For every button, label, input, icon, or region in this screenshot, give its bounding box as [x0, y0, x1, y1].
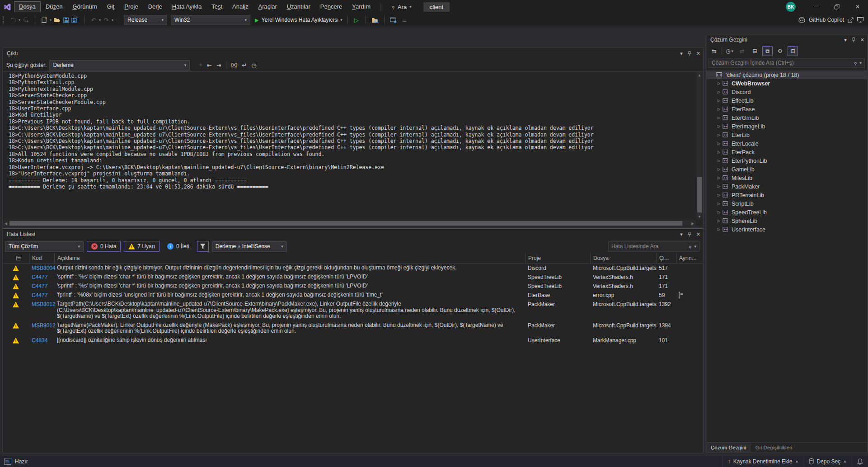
suppression-state-icon[interactable] [679, 292, 680, 299]
project-node-gamelib[interactable]: ▷GameLib [706, 165, 867, 174]
collapse-all-icon[interactable]: ⊟ [750, 46, 760, 56]
project-node-spherelib[interactable]: ▷SphereLib [706, 217, 867, 225]
project-node-prterrainlib[interactable]: ▷PRTerrainLib [706, 191, 867, 199]
add-to-source-control-button[interactable]: ↑ Kaynak Denetimine Ekle ▲ [723, 456, 804, 467]
restore-button[interactable] [826, 0, 847, 14]
clear-all-icon[interactable]: ⌧ [231, 62, 238, 69]
project-node-eterbase[interactable]: ▷EterBase [706, 105, 867, 113]
expand-chevron-icon[interactable]: ▷ [715, 124, 723, 128]
pin-button[interactable] [687, 51, 692, 57]
expand-chevron-icon[interactable]: ▷ [715, 133, 723, 137]
tab-solution-explorer[interactable]: Çözüm Gezgini [706, 443, 751, 453]
preview-selected-items-icon[interactable]: ⊡ [788, 46, 798, 56]
output-source-combo[interactable]: Derleme ▾ [49, 60, 190, 71]
error-code-link[interactable]: MSB8012 [29, 322, 54, 329]
scroll-down-icon[interactable]: ▼ [696, 213, 703, 220]
project-node-effectlib[interactable]: ▷EffectLib [706, 96, 867, 105]
navigate-forward-button[interactable]: ⮎ [21, 15, 30, 25]
expand-chevron-icon[interactable]: ▷ [715, 150, 723, 154]
project-node-speedtreelib[interactable]: ▷SpeedTreeLib [706, 208, 867, 217]
project-node-cwebbrowser[interactable]: ▷CWebBrowser [706, 79, 867, 88]
error-row[interactable]: !MSB8012TargetPath(C:\Users\BCK\Desktop\… [3, 300, 703, 321]
menu-derle[interactable]: Derle [143, 1, 167, 12]
project-node-packmaker[interactable]: ▷PackMaker [706, 182, 867, 191]
menu-hata-ayıkla[interactable]: Hata Ayıkla [167, 1, 207, 12]
menu-araçlar[interactable]: Araçlar [253, 1, 282, 12]
project-node-eterpythonlib[interactable]: ▷EterPythonLib [706, 156, 867, 165]
suppression-column-header[interactable]: Ayrın... [676, 253, 703, 263]
project-node-eterlocale[interactable]: ▷EterLocale [706, 139, 867, 148]
notifications-button[interactable] [852, 456, 868, 467]
expand-chevron-icon[interactable]: ▷ [715, 90, 723, 94]
filter-button[interactable] [197, 241, 209, 252]
menu-proje[interactable]: Proje [119, 1, 143, 12]
close-pane-button[interactable]: ✕ [860, 37, 864, 43]
new-project-button[interactable] [40, 15, 49, 25]
project-node-discord[interactable]: ▷Discord [706, 88, 867, 96]
send-feedback-icon[interactable] [857, 17, 863, 23]
output-pane-header[interactable]: Çıktı ▾ ✕ [3, 48, 703, 59]
error-row[interactable]: !C4477'fprintf' : '%08x' biçim dizesi 'u… [3, 291, 703, 300]
toolbar-drag-handle-icon[interactable] [3, 16, 5, 24]
menu-yardım[interactable]: Yardım [347, 1, 375, 12]
expand-chevron-icon[interactable]: ▷ [715, 227, 723, 231]
expand-chevron-icon[interactable]: ▷ [715, 116, 723, 120]
error-code-link[interactable]: C4477 [29, 292, 54, 298]
background-tasks-icon[interactable] [4, 458, 11, 465]
find-in-files-button[interactable] [371, 15, 380, 25]
menu-pencere[interactable]: Pencere [315, 1, 347, 12]
scroll-left-icon[interactable]: ◀ [3, 220, 9, 226]
pin-button[interactable] [687, 231, 692, 237]
pending-changes-filter-icon[interactable]: ◷▾ [724, 46, 735, 56]
scroll-right-icon[interactable]: ▶ [690, 220, 696, 226]
error-row[interactable]: !C4477'sprintf' : '%s' biçim dizesi 'cha… [3, 273, 703, 282]
tab-git-changes[interactable]: Git Değişiklikleri [751, 443, 797, 453]
scrollbar-thumb[interactable] [9, 221, 682, 226]
properties-wrench-icon[interactable]: ⚙ [775, 46, 785, 56]
navigate-back-button[interactable]: ⮌ [9, 15, 18, 25]
error-row[interactable]: !C4834[[nodiscard]] özniteliğine sahip i… [3, 336, 703, 345]
start-without-debugging-button[interactable]: ▷ [352, 15, 361, 25]
share-icon[interactable] [848, 17, 854, 23]
project-node-eterimagelib[interactable]: ▷EterImageLib [706, 122, 867, 131]
new-project-chevron-icon[interactable]: ▾ [50, 18, 52, 22]
error-code-link[interactable]: C4477 [29, 274, 54, 280]
source-filter-combo[interactable]: Derleme + IntelliSense ▾ [212, 241, 287, 252]
expand-chevron-icon[interactable]: ▷ [715, 142, 723, 146]
scope-combo[interactable]: Tüm Çözüm ▾ [5, 241, 84, 252]
error-list-search[interactable]: Hata Listesinde Ara ⌕ ▾ [608, 241, 699, 252]
expand-chevron-icon[interactable]: ▷ [715, 202, 723, 206]
expand-chevron-icon[interactable]: ▷ [715, 167, 723, 171]
scroll-up-icon[interactable]: ▲ [696, 72, 703, 78]
window-position-button[interactable]: ▾ [680, 231, 683, 237]
save-all-button[interactable] [70, 15, 80, 25]
menu-test[interactable]: Test [206, 1, 227, 12]
error-row[interactable]: !MSB8004Output dizini sonda bir eğik çiz… [3, 264, 703, 273]
project-node-etergrnlib[interactable]: ▷EterGrnLib [706, 113, 867, 122]
solution-explorer-search[interactable]: Çözüm Gezgini İçinde Ara (Ctrl+ş) ⌕ ▾ [708, 58, 865, 68]
undo-button[interactable]: ↶ [89, 15, 98, 25]
select-repository-button[interactable]: Depo Seç ▲ [803, 456, 852, 467]
close-pane-button[interactable]: ✕ [696, 231, 700, 237]
platform-combo[interactable]: Win32 ▾ [171, 15, 250, 25]
open-folder-button[interactable] [52, 15, 61, 25]
menu-görünüm[interactable]: Görünüm [67, 1, 102, 12]
close-button[interactable]: ✕ [847, 0, 868, 14]
file-column-header[interactable]: Dosya [590, 253, 656, 263]
expand-chevron-icon[interactable]: ▷ [715, 81, 723, 85]
project-node-eterlib[interactable]: ▷EterLib [706, 131, 867, 139]
error-row[interactable]: !MSB8012TargetName(PackMaker), Linker Ou… [3, 321, 703, 336]
quick-search[interactable]: ⌕ Ara ▾ [391, 3, 412, 11]
project-node-eterpack[interactable]: ▷EterPack [706, 148, 867, 156]
project-node-userinterface[interactable]: ▷UserInterface [706, 225, 867, 234]
expand-chevron-icon[interactable]: ▷ [715, 219, 723, 223]
configuration-combo[interactable]: Release ▾ [124, 15, 167, 25]
output-horizontal-scrollbar[interactable]: ◀ ▶ [3, 220, 696, 226]
severity-column-header[interactable] [3, 253, 29, 263]
window-position-button[interactable]: ▾ [680, 51, 683, 57]
project-column-header[interactable]: Proje [525, 253, 590, 263]
solution-name-badge[interactable]: client [423, 2, 450, 12]
description-column-header[interactable]: Açıklama [54, 253, 525, 263]
error-code-link[interactable]: MSB8012 [29, 301, 54, 307]
user-avatar[interactable]: BK [786, 2, 796, 12]
